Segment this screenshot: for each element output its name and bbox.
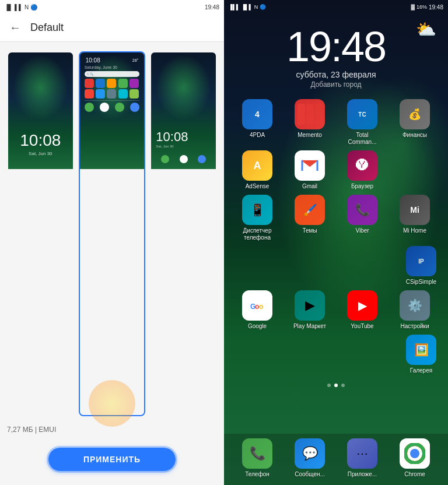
theme-preview-1[interactable]: 10:08 Sat, Jun 30 bbox=[7, 51, 74, 416]
app-viber[interactable]: 📞 Viber bbox=[338, 195, 386, 241]
icon-viber: 📞 bbox=[347, 195, 377, 225]
app-row-3: 📱 Диспетчер телефона 🖌️ Темы 📞 Viber Mi bbox=[233, 195, 439, 241]
theme-preview-2[interactable]: 10:08 28° Saturday, June 30 G 🔍 bbox=[79, 51, 146, 416]
label-adsense: AdSense bbox=[246, 183, 270, 190]
page-title: Default bbox=[30, 22, 64, 34]
icon-gallery: 🖼️ bbox=[406, 335, 436, 365]
label-dispatch: Диспетчер телефона bbox=[240, 227, 275, 241]
app-themes[interactable]: 🖌️ Темы bbox=[286, 195, 334, 241]
app-youtube[interactable]: ▶ YouTube bbox=[338, 290, 386, 330]
preview3-date: Sat, Jun 30 bbox=[156, 145, 211, 148]
chrome-wheel bbox=[404, 443, 425, 464]
p3-dock-1 bbox=[161, 155, 169, 163]
lock-screen-info: ⛅ 19:48 суббота, 23 февраля Добавить гор… bbox=[224, 14, 448, 94]
dock-messages[interactable]: 💬 Сообщен... bbox=[286, 438, 334, 478]
label-viber: Viber bbox=[355, 227, 369, 234]
left-status-bar: ▐▌ ▌▌ N 🔵 19:48 bbox=[0, 0, 224, 14]
mini-dock-3 bbox=[115, 103, 124, 112]
app-grid-section: 4 4PDA Memento TC Total Comman... bbox=[224, 94, 448, 381]
icon-mihome: Mi bbox=[400, 195, 430, 225]
theme-previews: 10:08 Sat, Jun 30 10:08 28° Saturday, Ju… bbox=[0, 42, 224, 426]
right-panel: ▐▌▌ ▐▌▌ N 🔵 ▓ 16% 19:48 ⛅ 19:48 суббота,… bbox=[224, 0, 448, 485]
theme-size: 7,27 МБ | EMUI bbox=[7, 426, 56, 434]
icon-themes: 🖌️ bbox=[295, 195, 325, 225]
app-finance[interactable]: 💰 Финансы bbox=[391, 99, 439, 146]
preview3-time: 10:08 bbox=[156, 129, 211, 145]
time-hours: 19 bbox=[286, 23, 331, 70]
app-playstore[interactable]: ▶ Play Маркет bbox=[286, 290, 334, 330]
label-messages: Сообщен... bbox=[295, 471, 325, 478]
battery-percent: 16% bbox=[416, 4, 427, 10]
notification-icon: 🔵 bbox=[260, 4, 266, 10]
bottom-dock: 📞 Телефон 💬 Сообщен... ⋯ Приложе... bbox=[224, 434, 448, 485]
app-mihome[interactable]: Mi Mi Home bbox=[391, 195, 439, 241]
app-4pda[interactable]: 4 4PDA bbox=[233, 99, 281, 146]
theme-info: 7,27 МБ | EMUI bbox=[0, 426, 224, 438]
icon-playstore: ▶ bbox=[295, 290, 325, 321]
dock-chrome[interactable]: Chrome bbox=[391, 438, 439, 478]
preview2-app-grid bbox=[85, 79, 140, 99]
label-csip: CSipSimple bbox=[406, 279, 436, 286]
app-dispatch[interactable]: 📱 Диспетчер телефона bbox=[233, 195, 281, 241]
left-toolbar: ← Default bbox=[0, 14, 224, 42]
app-browser[interactable]: 🅨 Браузер bbox=[338, 150, 386, 190]
big-time: 19:48 bbox=[224, 26, 448, 68]
icon-totalcmd: TC bbox=[347, 99, 377, 129]
back-button[interactable]: ← bbox=[9, 21, 21, 34]
app-totalcmd[interactable]: TC Total Comman... bbox=[338, 99, 386, 146]
icon-gmail bbox=[295, 150, 325, 181]
app-gmail[interactable]: Gmail bbox=[286, 150, 334, 190]
label-settings: Настройки bbox=[400, 323, 429, 330]
preview2-date: Saturday, June 30 bbox=[85, 65, 140, 69]
mini-icon-2 bbox=[96, 79, 105, 88]
dock-apps[interactable]: ⋯ Приложе... bbox=[338, 438, 386, 478]
preview2-search: G 🔍 bbox=[85, 71, 140, 77]
app-row-gallery: 🖼️ Галерея bbox=[233, 335, 439, 374]
time-minutes: 48 bbox=[341, 23, 386, 70]
status-left: ▐▌▌ ▐▌▌ N 🔵 bbox=[229, 4, 266, 10]
dot-1 bbox=[327, 384, 331, 387]
app-row-3b: IP CSipSimple bbox=[233, 246, 439, 286]
dock-phone[interactable]: 📞 Телефон bbox=[233, 438, 281, 478]
left-signal-icon: ▐▌ ▌▌ N 🔵 bbox=[5, 4, 37, 10]
icon-settings: ⚙️ bbox=[400, 290, 430, 321]
app-settings[interactable]: ⚙️ Настройки bbox=[391, 290, 439, 330]
label-playstore: Play Маркет bbox=[293, 323, 326, 330]
apply-button[interactable]: ПРИМЕНИТЬ bbox=[48, 448, 176, 471]
label-gallery: Галерея bbox=[410, 367, 432, 374]
mini-icon-5 bbox=[130, 79, 139, 88]
status-time: 19:48 bbox=[429, 4, 443, 10]
app-csip[interactable]: IP CSipSimple bbox=[406, 246, 436, 286]
dot-3 bbox=[341, 384, 345, 387]
app-memento[interactable]: Memento bbox=[286, 99, 334, 146]
mini-icon-3 bbox=[107, 79, 116, 88]
preview2-time: 10:08 bbox=[86, 57, 100, 64]
label-mihome: Mi Home bbox=[403, 227, 426, 234]
icon-apps-dock: ⋯ bbox=[347, 438, 377, 469]
label-apps: Приложе... bbox=[348, 471, 377, 478]
label-themes: Темы bbox=[302, 227, 317, 234]
add-city[interactable]: Добавить город bbox=[224, 80, 448, 89]
page-dots bbox=[224, 384, 448, 387]
theme-preview-3[interactable]: 10:08 Sat, Jun 30 bbox=[150, 51, 217, 416]
dock-row: 📞 Телефон 💬 Сообщен... ⋯ Приложе... bbox=[233, 438, 439, 478]
icon-messages-dock: 💬 bbox=[295, 438, 325, 469]
label-browser: Браузер bbox=[351, 183, 373, 190]
icon-chrome-dock bbox=[400, 438, 430, 469]
svg-point-7 bbox=[410, 449, 419, 458]
mini-icon-10 bbox=[130, 89, 139, 99]
app-google[interactable]: G o o Google bbox=[233, 290, 281, 330]
label-google: Google bbox=[248, 323, 267, 330]
gmail-svg bbox=[301, 159, 318, 172]
icon-adsense: A bbox=[242, 150, 272, 181]
empty-cell-1 bbox=[391, 150, 421, 190]
app-adsense[interactable]: A AdSense bbox=[233, 150, 281, 190]
icon-phone-dock: 📞 bbox=[242, 438, 272, 469]
icon-memento bbox=[295, 99, 325, 129]
preview3-dock bbox=[156, 155, 211, 163]
app-gallery[interactable]: 🖼️ Галерея bbox=[406, 335, 436, 374]
app-row-2: A AdSense Gmail 🅨 bbox=[233, 150, 439, 190]
icon-finance: 💰 bbox=[400, 99, 430, 129]
mini-dock-4 bbox=[130, 103, 139, 112]
preview1-date: Sat, Jun 30 bbox=[29, 151, 52, 156]
